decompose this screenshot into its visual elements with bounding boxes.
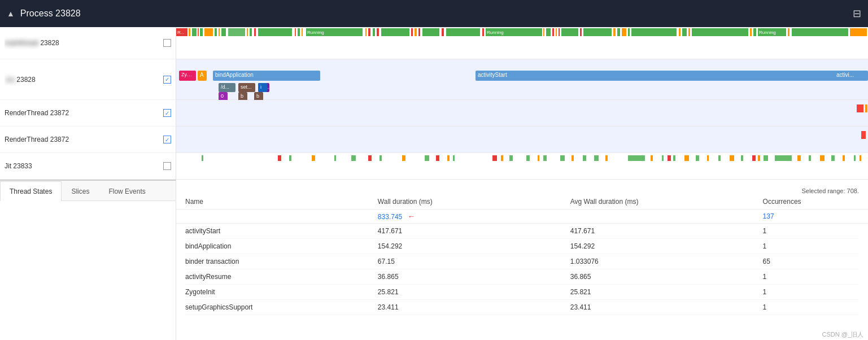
row-avg: 417.671	[570, 227, 763, 235]
row-wall: 417.671	[378, 227, 570, 235]
slice-d[interactable]: /d...	[219, 83, 235, 92]
slice-zygote[interactable]: Zyg...	[179, 71, 196, 81]
row-occ: 1	[763, 273, 859, 281]
row-wall: 36.865	[378, 273, 570, 281]
slice-i[interactable]: i	[258, 83, 267, 92]
row-wall: 154.292	[378, 242, 570, 250]
table-row[interactable]: ZygoteInit 25.821 25.821 1	[185, 285, 859, 300]
row-occ: 1	[763, 288, 859, 296]
tabs-bar: Thread States Slices Flow Events	[0, 181, 176, 201]
track-render1	[176, 100, 868, 127]
tab-slices[interactable]: Slices	[62, 181, 99, 201]
thread-name-ics: .ics 23828	[5, 73, 163, 86]
row-wall: 25.821	[378, 288, 570, 296]
slice-activity-start[interactable]: activityStart	[476, 71, 843, 81]
tab-flow-events[interactable]: Flow Events	[99, 181, 155, 201]
minimize-icon[interactable]: ⊟	[853, 7, 861, 20]
row-avg: 154.292	[570, 242, 763, 250]
row-name: bindApplication	[185, 242, 378, 250]
row-avg: 25.821	[570, 288, 763, 296]
slice-bind-app[interactable]: bindApplication	[213, 71, 320, 81]
row-occ: 1	[763, 242, 859, 250]
thread-name-main: mainthread 23828	[5, 37, 163, 49]
thread-row-render2[interactable]: RenderThread 23872 ✓	[0, 127, 176, 153]
thread-name-render1: RenderThread 23872	[5, 107, 163, 119]
col-header-occ: Occurrences	[763, 198, 859, 206]
process-title: Process 23828	[20, 8, 847, 19]
thread-checkbox-render1[interactable]: ✓	[163, 109, 171, 117]
row-name: binder transaction	[185, 258, 378, 265]
row-name: activityResume	[185, 273, 378, 281]
row-wall: 67.15	[378, 258, 570, 265]
table-header: Name Wall duration (ms) Avg Wall duratio…	[176, 194, 868, 210]
thread-checkbox-ics[interactable]: ✓	[163, 76, 171, 84]
row-avg: 1.033076	[570, 258, 763, 265]
row-wall: 23.411	[378, 303, 570, 311]
thread-checkbox-render2[interactable]: ✓	[163, 136, 171, 143]
table-row[interactable]: bindApplication 154.292 154.292 1	[185, 239, 859, 254]
row-avg: 23.411	[570, 303, 763, 311]
collapse-chevron[interactable]: ▲	[7, 9, 15, 18]
slice-set[interactable]: set...	[238, 83, 255, 92]
table-body: activityStart 417.671 417.671 1 bindAppl…	[176, 224, 868, 329]
thread-row-ics[interactable]: .ics 23828 ✓	[0, 59, 176, 100]
thread-row-jit[interactable]: Jit 23833	[0, 153, 176, 180]
row-avg: 36.865	[570, 273, 763, 281]
row-occ: 1	[763, 227, 859, 235]
thread-checkbox-jit[interactable]	[163, 162, 171, 170]
total-row: 833.745 ← 137	[176, 210, 868, 224]
slice-a[interactable]: A	[198, 71, 207, 81]
track-ics: Zyg... A bindApplication activityStart a…	[176, 59, 868, 100]
row-occ: 65	[763, 258, 859, 265]
row-occ: 1	[763, 303, 859, 311]
arrow-indicator: ←	[408, 212, 416, 221]
watermark: CSDN @_旧人	[176, 329, 868, 340]
thread-name-render2: RenderThread 23872	[5, 133, 163, 146]
table-row[interactable]: activityStart 417.671 417.671 1	[185, 224, 859, 239]
selected-range: Selected range: 708.	[176, 185, 868, 194]
thread-name-jit: Jit 23833	[5, 160, 163, 172]
row-name: ZygoteInit	[185, 288, 378, 296]
col-header-name: Name	[185, 198, 378, 206]
row-name: activityStart	[185, 227, 378, 235]
table-row[interactable]: activityResume 36.865 36.865 1	[185, 269, 859, 285]
thread-list: mainthread 23828 .ics 23828 ✓ RenderThre…	[0, 27, 176, 340]
total-wall: 833.745 ←	[378, 212, 570, 221]
total-occ: 137	[763, 212, 859, 220]
header: ▲ Process 23828 ⊟	[0, 0, 868, 27]
data-table-section: Selected range: 708. Name Wall duration …	[176, 185, 868, 340]
table-row[interactable]: binder transaction 67.15 1.033076 65	[185, 254, 859, 269]
row-name: setupGraphicsSupport	[185, 303, 378, 311]
timeline: Zyg... A bindApplication activityStart a…	[176, 27, 868, 185]
thread-row-render1[interactable]: RenderThread 23872 ✓	[0, 100, 176, 127]
table-row[interactable]: setupGraphicsSupport 23.411 23.411 1	[185, 300, 859, 315]
track-render2	[176, 127, 868, 153]
col-header-avg: Avg Wall duration (ms)	[570, 198, 763, 206]
track-main	[176, 27, 868, 59]
thread-checkbox-main[interactable]	[163, 39, 171, 47]
tab-thread-states[interactable]: Thread States	[0, 181, 62, 201]
track-jit	[176, 153, 868, 180]
thread-row-main[interactable]: mainthread 23828	[0, 27, 176, 59]
slice-activi[interactable]: activi...	[834, 71, 868, 81]
col-header-wall: Wall duration (ms)	[378, 198, 570, 206]
